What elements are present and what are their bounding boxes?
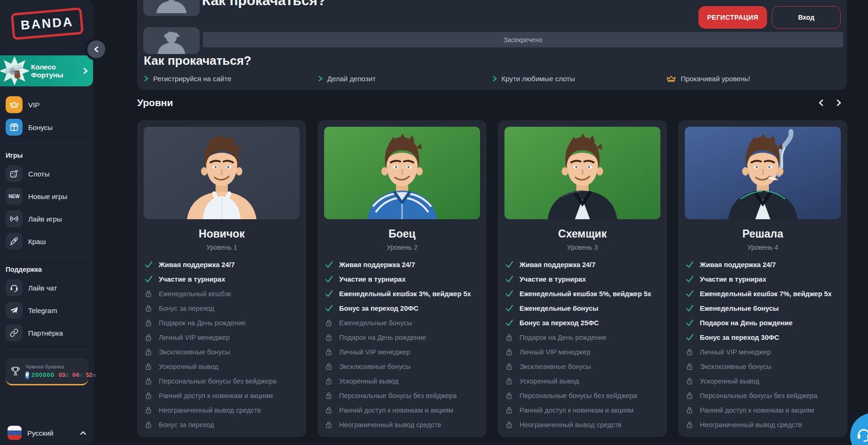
feature-item: Ускоренный вывод xyxy=(504,374,660,388)
ruble-icon: ₽ xyxy=(25,371,29,379)
feature-label: Ускоренный вывод xyxy=(339,377,399,385)
lock-icon xyxy=(144,391,153,399)
level-card-novice: Новичок Уровень 1 Живая поддержка 24/7 У… xyxy=(137,120,306,437)
level-avatar-image xyxy=(144,127,300,219)
feature-item: Персональные бонусы без вейджера xyxy=(324,388,480,403)
feature-item: Живая поддержка 24/7 xyxy=(144,257,300,272)
lock-icon xyxy=(144,348,153,356)
lock-icon xyxy=(324,333,333,341)
level-number: Уровень 4 xyxy=(685,244,841,251)
lock-icon xyxy=(324,377,333,385)
check-icon xyxy=(685,260,694,269)
feature-label: Эксклюзивные бонусы xyxy=(339,363,411,370)
sidebar-item-label: Краш xyxy=(28,238,46,246)
level-number: Уровень 2 xyxy=(324,244,480,251)
feature-label: Еженедельный кешбэк 5%, вейджер 5x xyxy=(519,290,651,298)
brand-logo[interactable]: BANDA xyxy=(0,0,94,43)
trophy-icon xyxy=(9,365,22,377)
divider xyxy=(6,349,88,350)
feature-label: Неограниченный вывод средств xyxy=(339,421,441,429)
feature-item: Неограниченный вывод средств xyxy=(504,417,660,432)
lock-icon xyxy=(685,362,694,370)
sidebar-item-label: Лайв чат xyxy=(28,284,57,292)
sidebar-item-vip[interactable]: VIP xyxy=(6,96,88,114)
sidebar-item-live-games[interactable]: Лайв игры xyxy=(6,210,88,228)
level-card-schemer: Схемщик Уровень 3 Живая поддержка 24/7 У… xyxy=(498,120,667,437)
feature-item: Ускоренный вывод xyxy=(685,374,841,388)
feature-item: Бонус за переход 25ФС xyxy=(504,315,660,330)
classified-label: Засекречено xyxy=(504,36,542,44)
sidebar-item-bonuses[interactable]: Бонусы xyxy=(6,118,88,136)
headset-icon xyxy=(6,279,23,296)
language-selector[interactable]: Русский xyxy=(6,424,88,441)
level-number: Уровень 3 xyxy=(504,244,660,251)
wheel-of-fortune-banner[interactable]: Колесо Фортуны xyxy=(0,55,93,86)
level-avatar-image xyxy=(504,127,660,219)
feature-item: Неограниченный вывод средств xyxy=(685,417,841,432)
chevron-right-icon xyxy=(83,68,88,74)
step-play-slots: Крути любимые слоты xyxy=(492,75,666,83)
russian-flag-icon xyxy=(8,426,22,440)
feature-list: Живая поддержка 24/7 Участие в турнирах … xyxy=(685,257,841,432)
feature-item: Ранний доступ к новинкам и акциям xyxy=(504,403,660,417)
feature-label: Персональные бонусы без вейджера xyxy=(700,392,817,399)
feature-label: Бонус за переход xyxy=(159,305,214,312)
levels-section-title: Уровни xyxy=(137,97,173,108)
feature-label: Неограниченный вывод средств xyxy=(159,407,261,414)
feature-item: Личный VIP менеджер xyxy=(324,345,480,359)
feature-label: Личный VIP менеджер xyxy=(700,348,771,356)
tournament-widget[interactable]: Чумная буханка ₽ 200000 03d : 04h : 52m xyxy=(6,358,88,385)
sidebar-collapse-button[interactable] xyxy=(87,40,105,58)
sidebar-item-slots[interactable]: Слоты xyxy=(6,165,88,183)
feature-item: Эксклюзивные бонусы xyxy=(144,345,300,359)
step-label: Регистрируйся на сайте xyxy=(153,75,232,83)
crown-icon xyxy=(666,74,676,83)
feature-label: Еженедельные бонусы xyxy=(700,305,779,312)
feature-item: Участие в турнирах xyxy=(324,272,480,286)
dice-icon xyxy=(6,165,23,182)
level-name: Боец xyxy=(324,228,480,240)
feature-item: Бонус за переход xyxy=(144,301,300,315)
feature-label: Еженедельный кешбэк xyxy=(159,290,231,298)
new-badge-icon: NEW xyxy=(6,188,23,205)
svg-text:NEW: NEW xyxy=(8,194,20,199)
sidebar-item-live-chat[interactable]: Лайв чат xyxy=(6,279,88,297)
carousel-prev-button[interactable] xyxy=(814,96,828,110)
check-icon xyxy=(324,289,333,298)
sidebar-item-telegram[interactable]: Telegram xyxy=(6,301,88,319)
level-cards: Новичок Уровень 1 Живая поддержка 24/7 У… xyxy=(137,120,847,437)
how-to-level-heading: Как прокачаться? xyxy=(144,54,251,68)
sidebar-item-affiliate[interactable]: Партнёрка xyxy=(6,324,88,342)
language-label: Русский xyxy=(27,429,74,437)
feature-label: Персональные бонусы без вейджера xyxy=(159,377,276,385)
gift-icon xyxy=(6,119,23,136)
level-card-fixer: Решала Уровень 4 Живая поддержка 24/7 Уч… xyxy=(678,120,847,437)
feature-label: Неограниченный вывод средств xyxy=(700,421,802,429)
check-icon xyxy=(144,260,153,269)
lock-icon xyxy=(685,348,694,356)
feature-item: Участие в турнирах xyxy=(144,272,300,286)
sidebar-item-new-games[interactable]: NEW Новые игры xyxy=(6,187,88,205)
feature-item: Ранний доступ к новинкам и акциям xyxy=(144,388,300,403)
brand-logo-text: BANDA xyxy=(20,15,74,33)
register-button[interactable]: РЕГИСТРАЦИЯ xyxy=(698,6,767,29)
sidebar-item-crash[interactable]: Краш xyxy=(6,232,88,250)
support-chat-button[interactable] xyxy=(850,413,868,445)
feature-list: Живая поддержка 24/7 Участие в турнирах … xyxy=(324,257,480,432)
carousel-next-button[interactable] xyxy=(832,96,846,110)
feature-label: Бонус за переход xyxy=(159,421,214,429)
lock-icon xyxy=(504,391,514,399)
link-icon xyxy=(6,324,23,341)
lock-icon xyxy=(144,290,153,298)
check-icon xyxy=(685,289,694,298)
section-label-games: Игры xyxy=(6,152,88,159)
lock-icon xyxy=(324,319,333,327)
feature-item: Неограниченный вывод средств xyxy=(144,403,300,417)
level-name: Решала xyxy=(685,228,841,240)
feature-item: Участие в турнирах xyxy=(685,272,841,286)
login-button[interactable]: Вход xyxy=(772,6,841,29)
classified-level-thumbnail xyxy=(143,0,200,16)
lock-icon xyxy=(685,421,694,429)
feature-item: Еженедельный кешбэк 3%, вейджер 5x xyxy=(324,286,480,301)
sidebar-item-label: Партнёрка xyxy=(28,329,63,337)
